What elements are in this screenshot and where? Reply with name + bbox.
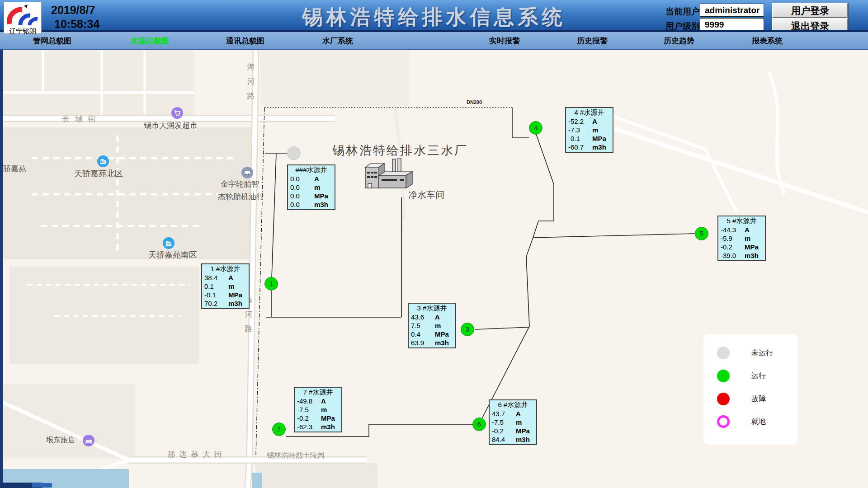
unit-label: A bbox=[314, 174, 319, 183]
well-flow: -60.7 bbox=[568, 143, 584, 151]
road-label-changcheng: 长城街 bbox=[62, 114, 101, 124]
nav-realtime-alarm[interactable]: 实时报警 bbox=[489, 32, 520, 50]
place-label-hotel: 垠东旅店 bbox=[46, 436, 75, 445]
well-status-indicator-7[interactable]: 7 bbox=[272, 422, 286, 436]
plant-title: 锡林浩特给排水三水厂 bbox=[332, 142, 468, 159]
current-user-label: 当前用户 bbox=[665, 6, 700, 18]
place-label-tianjiao-north: 天骄嘉苑北区 bbox=[74, 168, 123, 179]
well-level: -7.5 bbox=[297, 405, 309, 414]
unit-label: m3h bbox=[321, 422, 335, 431]
current-date: 2019/8/7 bbox=[51, 4, 95, 17]
well-number: 1 bbox=[269, 280, 273, 287]
main-nav: 管网总貌图 水源总貌图 通讯总貌图 水厂系统 实时报警 历史报警 历史趋势 报表… bbox=[0, 32, 868, 50]
well-level: -7.5 bbox=[492, 418, 504, 427]
well-data-box-3: 3 #水源井 43.6A 7.5m 0.4MPa 63.9m3h bbox=[408, 303, 456, 348]
well-status-indicator-1[interactable]: 1 bbox=[264, 277, 278, 291]
map-bottom-chip bbox=[32, 483, 52, 488]
unit-label: A bbox=[228, 273, 233, 282]
logo-text: 辽宁铭朗 bbox=[4, 28, 41, 35]
unit-label: m3h bbox=[592, 143, 606, 151]
well-number: 6 bbox=[477, 421, 481, 428]
nav-history-trend[interactable]: 历史趋势 bbox=[664, 32, 694, 50]
well-current: -44.3 bbox=[721, 225, 736, 234]
place-label-tire-shop-2: 杰轮胎机油行 bbox=[218, 192, 264, 202]
well-status-indicator-6[interactable]: 6 bbox=[472, 418, 486, 431]
map-left-border bbox=[0, 50, 3, 488]
unit-label: m3h bbox=[228, 299, 242, 308]
unit-label: m3h bbox=[745, 251, 759, 260]
well-number: 7 bbox=[277, 426, 281, 433]
unit-label: m3h bbox=[435, 338, 449, 347]
workshop-label: 净水车间 bbox=[408, 189, 444, 201]
well-data-box-1: 1 #水源井 38.4A 0.1m -0.1MPa 70.2m3h bbox=[201, 263, 250, 309]
well-title: ###水源井 bbox=[288, 165, 335, 174]
road-label-nadamu: 那达慕大街 bbox=[167, 449, 226, 460]
current-time: 10:58:34 bbox=[54, 18, 99, 31]
well-pressure: -0.1 bbox=[204, 291, 216, 299]
unit-label: MPa bbox=[228, 291, 242, 299]
unit-label: A bbox=[516, 409, 521, 418]
user-level-field[interactable]: 9999 bbox=[700, 18, 764, 31]
well-level: -7.3 bbox=[568, 126, 580, 134]
company-logo: 辽宁铭朗 bbox=[4, 2, 42, 34]
well-level: 0.0 bbox=[290, 183, 300, 192]
nav-water-plant-system[interactable]: 水厂系统 bbox=[322, 32, 353, 50]
unit-label: m bbox=[592, 126, 598, 134]
unit-label: m3h bbox=[516, 435, 530, 444]
road-label-haihe-top: 海河路 bbox=[246, 60, 255, 103]
unit-label: m bbox=[516, 418, 522, 427]
legend-idle-icon bbox=[717, 347, 730, 359]
well-number: 3 bbox=[466, 326, 469, 333]
unit-label: A bbox=[745, 225, 750, 234]
nav-communication-overview[interactable]: 通讯总貌图 bbox=[226, 32, 264, 50]
login-button[interactable]: 用户登录 bbox=[772, 3, 848, 18]
building-icon bbox=[97, 155, 109, 167]
unit-label: m bbox=[321, 405, 327, 414]
well-flow: -39.0 bbox=[721, 251, 736, 260]
unit-label: m bbox=[435, 321, 441, 330]
unit-label: MPa bbox=[745, 243, 759, 251]
well-level: -5.9 bbox=[721, 234, 732, 243]
legend-fault-label: 故障 bbox=[751, 393, 766, 405]
factory-icon bbox=[362, 158, 416, 193]
legend-local-icon bbox=[717, 415, 730, 428]
place-label-supermarket: 锡市大润发超市 bbox=[144, 120, 198, 131]
nav-history-alarm[interactable]: 历史报警 bbox=[577, 32, 608, 50]
well-pressure: -0.2 bbox=[721, 243, 732, 251]
legend-fault-icon bbox=[717, 393, 730, 405]
unit-label: MPa bbox=[321, 414, 335, 422]
well-pressure: -0.2 bbox=[297, 414, 309, 422]
unit-label: MPa bbox=[516, 427, 530, 435]
well-pressure: -0.1 bbox=[568, 134, 580, 143]
well-pressure: 0.0 bbox=[290, 192, 300, 200]
well-pressure: 0.4 bbox=[411, 330, 420, 338]
well-data-box-4: 4 #水源井 -52.2A -7.3m -0.1MPa -60.7m3h bbox=[565, 107, 613, 153]
nav-report-system[interactable]: 报表系统 bbox=[752, 32, 783, 50]
well-number: 4 bbox=[534, 124, 538, 131]
well-data-box-6: 6 #水源井 43.7A -7.5m -0.2MPa 84.4m3h bbox=[489, 399, 537, 445]
place-label-tire-shop-1: 金宇轮胎智 bbox=[221, 179, 259, 189]
place-label-tianjiao-south: 天骄嘉苑南区 bbox=[148, 249, 197, 260]
well-status-indicator-5[interactable]: 5 bbox=[695, 227, 708, 240]
current-user-field[interactable]: administrator bbox=[700, 4, 764, 17]
well-flow: -62.3 bbox=[297, 422, 312, 431]
well-status-indicator-4[interactable]: 4 bbox=[529, 121, 542, 135]
well-status-indicator-3[interactable]: 3 bbox=[461, 323, 474, 336]
well-data-box-5: 5 #水源井 -44.3A -5.9m -0.2MPa -39.0m3h bbox=[717, 216, 766, 261]
status-legend: 未运行 运行 故障 就地 bbox=[703, 334, 797, 445]
well-pressure: -0.2 bbox=[492, 427, 504, 435]
well-title: 4 #水源井 bbox=[566, 108, 613, 117]
nav-water-source-overview[interactable]: 水源总貌图 bbox=[131, 32, 169, 50]
unit-label: m bbox=[314, 183, 320, 192]
unit-label: A bbox=[321, 397, 326, 405]
unit-label: m bbox=[228, 282, 234, 291]
legend-running-icon bbox=[717, 370, 730, 382]
well-current: 38.4 bbox=[204, 273, 217, 282]
unit-label: A bbox=[435, 313, 440, 321]
well-flow: 84.4 bbox=[492, 435, 505, 444]
well-status-indicator-idle[interactable] bbox=[287, 146, 301, 160]
unit-label: MPa bbox=[592, 134, 606, 143]
legend-local-label: 就地 bbox=[751, 415, 766, 428]
car-icon bbox=[241, 167, 253, 178]
bed-icon bbox=[83, 435, 94, 446]
